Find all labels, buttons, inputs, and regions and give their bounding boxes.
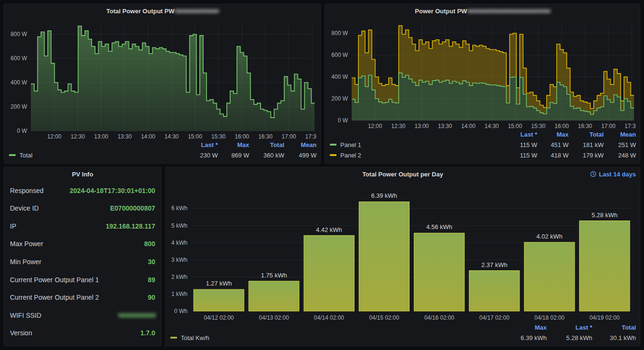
svg-text:16:00: 16:00 — [555, 123, 569, 129]
svg-text:04/13 02:00: 04/13 02:00 — [259, 314, 289, 321]
panel-daily-header[interactable]: Total Power Output per Day Last 14 days — [166, 167, 640, 181]
panel-title-text: Power Output PW — [415, 8, 467, 15]
panel-title: Power Output PWWWWWWWWWWWWWWWWWW — [415, 8, 550, 15]
svg-text:04/12 02:00: 04/12 02:00 — [204, 314, 234, 321]
svg-text:5 kWh: 5 kWh — [171, 222, 187, 229]
panel-title-text: PV Info — [72, 171, 93, 178]
svg-text:800 W: 800 W — [331, 30, 348, 37]
svg-text:13:00: 13:00 — [415, 123, 429, 129]
stat-max: 451 W — [537, 141, 569, 148]
stat-header-last[interactable]: Last * — [504, 131, 537, 138]
power-split-chart[interactable]: 0 W200 W400 W600 W800 W12:0012:3013:0013… — [325, 18, 640, 129]
kv-label: Responsed — [10, 187, 44, 194]
time-range-picker[interactable]: Last 14 days — [590, 167, 636, 181]
svg-text:0 Wh: 0 Wh — [174, 308, 187, 314]
kv-row-version: Version 1.7.0 — [10, 324, 155, 342]
daily-output-chart[interactable]: 0 Wh1 kWh2 kWh3 kWh4 kWh5 kWh6 kWh1.27 k… — [166, 181, 640, 322]
svg-text:200 W: 200 W — [10, 103, 27, 110]
kv-label: Version — [10, 329, 32, 337]
svg-text:17:00: 17:00 — [601, 123, 616, 129]
svg-text:12:30: 12:30 — [391, 123, 405, 129]
stat-total: 30.1 kWh — [592, 334, 636, 341]
panel-power-split-header[interactable]: Power Output PWWWWWWWWWWWWWWWWWW — [325, 4, 640, 18]
legend-label: Total — [19, 152, 32, 159]
svg-text:04/18 02:00: 04/18 02:00 — [534, 314, 565, 321]
power-split-legend: Last * Max Total Mean Panel 1 115 W 451 … — [325, 129, 640, 163]
kv-row-current-panel2: Current Power Output Panel 2 90 — [10, 288, 155, 306]
stat-header-max[interactable]: Max — [503, 324, 547, 331]
kv-value: 90 — [148, 294, 155, 301]
svg-text:800 W: 800 W — [10, 31, 27, 37]
total-power-chart[interactable]: 0 W200 W400 W600 W800 W12:0012:3013:0013… — [4, 18, 320, 139]
svg-text:14:30: 14:30 — [165, 133, 179, 139]
kv-value: 2024-04-18T17:30:01+01:00 — [70, 187, 155, 194]
svg-text:12:00: 12:00 — [368, 123, 382, 129]
panel-daily-output: Total Power Output per Day Last 14 days … — [165, 167, 640, 346]
stat-header-last[interactable]: Last * — [547, 324, 592, 331]
svg-text:4 kWh: 4 kWh — [171, 239, 187, 246]
stat-mean: 499 W — [284, 152, 317, 159]
svg-text:600 W: 600 W — [10, 55, 27, 62]
stat-header-total[interactable]: Total — [249, 141, 284, 148]
stat-total: 360 kW — [249, 152, 284, 159]
svg-text:6.39 kWh: 6.39 kWh — [371, 192, 397, 199]
svg-text:17:30: 17:30 — [625, 123, 636, 129]
panel-pv-info-header[interactable]: PV Info — [4, 167, 161, 181]
svg-text:3 kWh: 3 kWh — [171, 257, 187, 263]
stat-header-max[interactable]: Max — [218, 141, 249, 148]
legend-item-panel1[interactable]: Panel 1 — [330, 141, 504, 148]
kv-label: Current Power Output Panel 2 — [10, 294, 99, 301]
svg-text:17:30: 17:30 — [305, 133, 317, 139]
kv-row-max-power: Max Power 800 — [10, 235, 155, 253]
stat-header-total[interactable]: Total — [592, 324, 636, 331]
legend-item-total-kwh[interactable]: Total Kw/h — [170, 334, 503, 341]
svg-text:04/19 02:00: 04/19 02:00 — [589, 314, 620, 321]
legend-row-panel1: Panel 1 115 W 451 W 181 kW 251 W — [330, 139, 636, 150]
panel-total-power-header[interactable]: Total Power Output PWWWWWWWWWW — [4, 4, 320, 18]
legend-row-panel2: Panel 2 115 W 418 W 179 kW 248 W — [330, 150, 636, 160]
kv-label: Min Power — [10, 258, 41, 266]
kv-label: WIFI SSID — [10, 312, 41, 319]
svg-text:13:30: 13:30 — [118, 133, 132, 139]
stat-header-total[interactable]: Total — [569, 131, 604, 138]
svg-text:600 W: 600 W — [331, 52, 348, 58]
kv-row-min-power: Min Power 30 — [10, 253, 155, 271]
svg-text:1.75 kWh: 1.75 kWh — [261, 272, 287, 279]
kv-value: 1.7.0 — [140, 329, 155, 337]
svg-text:1 kWh: 1 kWh — [171, 291, 187, 297]
kv-row-ip: IP 192.168.128.117 — [10, 217, 155, 235]
kv-row-wifi-ssid: WIFI SSID WWWWWWW — [10, 306, 155, 324]
legend-item-total[interactable]: Total — [9, 152, 185, 159]
kv-label: Max Power — [10, 240, 43, 248]
kv-label: Current Power Output Panel 1 — [10, 276, 99, 284]
stat-mean: 248 W — [604, 152, 636, 159]
clock-icon — [590, 171, 597, 177]
panel-title-text: Total Power Output PW — [106, 8, 174, 15]
kv-value: 30 — [148, 258, 155, 266]
legend-label: Panel 1 — [340, 141, 361, 148]
legend-row-total: Total 230 W 869 W 360 kW 499 W — [9, 150, 317, 160]
stat-last: 230 W — [185, 152, 218, 159]
panel-title-redacted: WWWWWWWWW — [175, 8, 218, 15]
kv-row-responsed: Responsed 2024-04-18T17:30:01+01:00 — [10, 182, 155, 200]
svg-text:16:00: 16:00 — [235, 133, 249, 139]
svg-text:12:00: 12:00 — [47, 133, 61, 139]
series-color-marker — [330, 154, 336, 156]
svg-text:14:00: 14:00 — [141, 133, 155, 139]
kv-row-device-id: Device ID E07000000807 — [10, 200, 155, 218]
stat-header-mean[interactable]: Mean — [284, 141, 317, 148]
kv-label: Device ID — [10, 204, 39, 212]
legend-item-panel2[interactable]: Panel 2 — [330, 152, 504, 159]
stat-last: 115 W — [504, 152, 537, 159]
stat-header-max[interactable]: Max — [537, 131, 569, 138]
series-color-marker — [330, 144, 336, 146]
stat-last: 115 W — [504, 141, 537, 148]
svg-text:04/17 02:00: 04/17 02:00 — [479, 314, 510, 321]
series-color-marker — [9, 154, 16, 156]
panel-title-text: Total Power Output per Day — [362, 171, 443, 178]
svg-text:04/14 02:00: 04/14 02:00 — [314, 314, 345, 321]
stat-header-last[interactable]: Last * — [185, 141, 218, 148]
svg-text:13:00: 13:00 — [94, 133, 108, 139]
svg-text:4.42 kWh: 4.42 kWh — [316, 226, 342, 233]
stat-header-mean[interactable]: Mean — [604, 131, 636, 138]
